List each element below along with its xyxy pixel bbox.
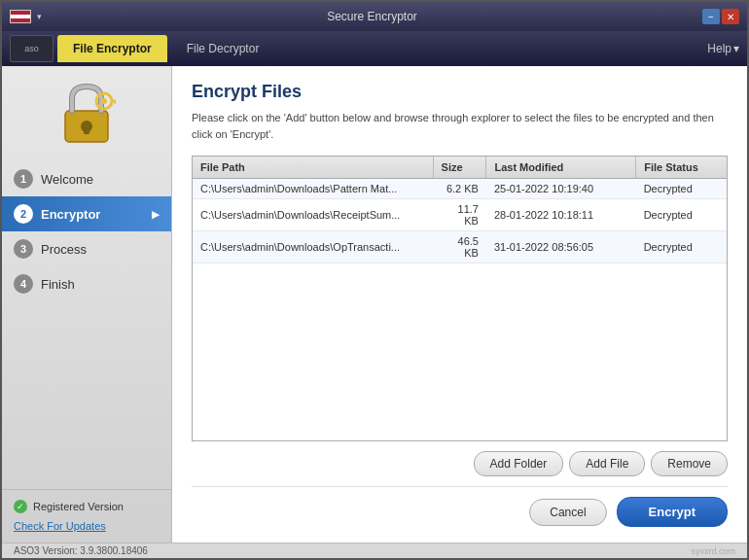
file-table-container: File Path Size Last Modified File Status… — [192, 156, 728, 441]
cell-status: Decrypted — [636, 179, 727, 199]
cell-path: C:\Users\admin\Downloads\OpTransacti... — [193, 231, 433, 263]
cell-path: C:\Users\admin\Downloads\Pattern Mat... — [193, 179, 433, 199]
cell-size: 46.5 KB — [433, 231, 486, 263]
file-action-buttons: Add Folder Add File Remove — [192, 451, 728, 476]
sidebar-item-encryptor[interactable]: 2 Encryptor ▶ — [2, 196, 171, 231]
step-number-3: 3 — [14, 239, 33, 259]
sidebar-footer: ✓ Registered Version Check For Updates — [2, 489, 171, 542]
svg-rect-2 — [84, 126, 89, 134]
tab-file-encryptor[interactable]: File Encryptor — [57, 35, 167, 62]
content-description: Please click on the 'Add' button below a… — [192, 110, 728, 142]
window-title: Secure Encryptor — [42, 10, 702, 23]
check-updates-link[interactable]: Check For Updates — [14, 520, 106, 532]
col-header-path: File Path — [193, 157, 433, 179]
page-title: Encrypt Files — [192, 82, 728, 102]
add-file-button[interactable]: Add File — [569, 451, 645, 476]
sidebar-item-label-encryptor: Encryptor — [41, 207, 100, 222]
table-row[interactable]: C:\Users\admin\Downloads\Pattern Mat...6… — [193, 179, 727, 199]
sidebar-item-process[interactable]: 3 Process — [2, 231, 171, 266]
remove-button[interactable]: Remove — [651, 451, 728, 476]
file-table: File Path Size Last Modified File Status… — [193, 157, 727, 263]
titlebar: ▾ Secure Encryptor − ✕ — [2, 2, 747, 31]
minimize-button[interactable]: − — [702, 9, 720, 24]
help-menu[interactable]: Help ▾ — [707, 42, 739, 55]
col-header-size: Size — [433, 157, 486, 179]
flag-icon — [10, 10, 31, 23]
sidebar: 1 Welcome 2 Encryptor ▶ 3 Process 4 Fini… — [2, 66, 172, 542]
cell-status: Decrypted — [636, 231, 727, 263]
svg-point-4 — [101, 98, 107, 104]
encrypt-button[interactable]: Encrypt — [617, 497, 728, 527]
sidebar-item-finish[interactable]: 4 Finish — [2, 266, 171, 301]
cell-size: 6.2 KB — [433, 179, 486, 199]
cancel-button[interactable]: Cancel — [529, 499, 606, 526]
col-header-status: File Status — [636, 157, 727, 179]
table-row[interactable]: C:\Users\admin\Downloads\ReceiptSum...11… — [193, 199, 727, 231]
registered-label: Registered Version — [33, 501, 124, 512]
sidebar-item-label-process: Process — [41, 242, 87, 257]
cell-status: Decrypted — [636, 199, 727, 231]
cell-modified: 28-01-2022 10:18:11 — [486, 199, 636, 231]
sidebar-arrow-icon: ▶ — [152, 209, 160, 220]
lock-logo-icon — [57, 82, 116, 150]
col-header-modified: Last Modified — [486, 157, 636, 179]
window-controls: − ✕ — [702, 9, 739, 24]
logo-area — [2, 74, 171, 158]
sidebar-item-label-welcome: Welcome — [41, 172, 93, 187]
cell-size: 11.7 KB — [433, 199, 486, 231]
registered-version-area: ✓ Registered Version — [14, 500, 160, 513]
sidebar-item-label-finish: Finish — [41, 277, 75, 292]
registered-check-icon: ✓ — [14, 500, 27, 513]
step-number-4: 4 — [14, 274, 33, 294]
content-area: Encrypt Files Please click on the 'Add' … — [172, 66, 747, 542]
add-folder-button[interactable]: Add Folder — [474, 451, 564, 476]
watermark-text: syxxrd.com — [691, 546, 735, 556]
table-header-row: File Path Size Last Modified File Status — [193, 157, 727, 179]
step-number-1: 1 — [14, 169, 33, 189]
sidebar-item-welcome[interactable]: 1 Welcome — [2, 161, 171, 196]
table-row[interactable]: C:\Users\admin\Downloads\OpTransacti...4… — [193, 231, 727, 263]
help-arrow-icon: ▾ — [733, 42, 739, 55]
close-button[interactable]: ✕ — [722, 9, 739, 24]
cell-modified: 31-01-2022 08:56:05 — [486, 231, 636, 263]
version-text: ASO3 Version: 3.9.3800.18406 — [14, 545, 148, 556]
main-area: 1 Welcome 2 Encryptor ▶ 3 Process 4 Fini… — [2, 66, 747, 542]
action-row: Cancel Encrypt — [192, 486, 728, 527]
step-number-2: 2 — [14, 204, 33, 224]
main-window: ▾ Secure Encryptor − ✕ aso File Encrypto… — [0, 0, 749, 560]
tab-file-decryptor[interactable]: File Decryptor — [171, 35, 275, 62]
cell-path: C:\Users\admin\Downloads\ReceiptSum... — [193, 199, 433, 231]
help-label: Help — [707, 42, 731, 55]
titlebar-left: ▾ — [10, 10, 42, 23]
cell-modified: 25-01-2022 10:19:40 — [486, 179, 636, 199]
file-table-body: C:\Users\admin\Downloads\Pattern Mat...6… — [193, 179, 727, 263]
menubar: aso File Encryptor File Decryptor Help ▾ — [2, 31, 747, 66]
brand-logo: aso — [10, 35, 54, 62]
